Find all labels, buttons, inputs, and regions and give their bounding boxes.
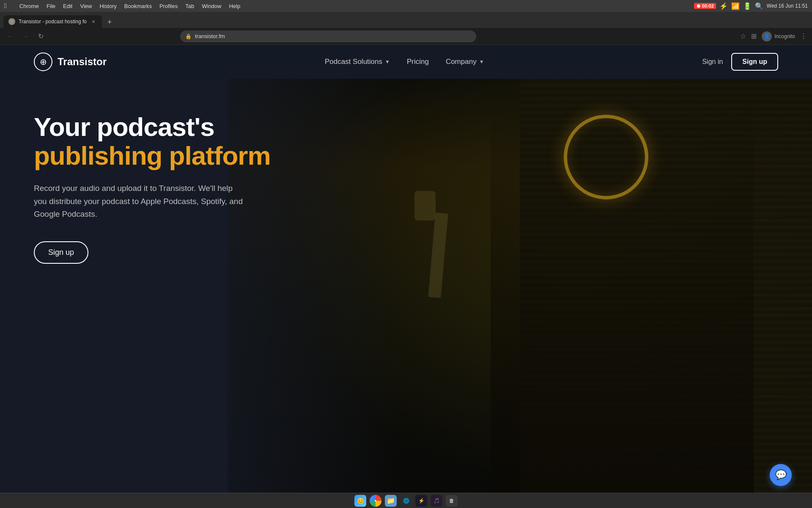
menu-bar-items: Chrome File Edit View History Bookmarks …	[19, 3, 240, 9]
wifi-icon: 📶	[731, 2, 740, 10]
app6-icon: 🎵	[433, 498, 440, 504]
finder-icon: 😊	[357, 497, 364, 504]
tab-title: Transistor - podcast hosting fo	[19, 19, 87, 25]
nav-pricing[interactable]: Pricing	[407, 58, 429, 66]
nav-links: Podcast Solutions ▼ Pricing Company ▼	[325, 58, 484, 66]
battery-icon: 🔋	[743, 2, 752, 10]
dock-item-6[interactable]: 🎵	[431, 495, 442, 507]
podcast-solutions-chevron: ▼	[385, 59, 390, 65]
new-tab-button[interactable]: +	[104, 16, 115, 28]
dock-item-5[interactable]: ⚡	[415, 495, 427, 507]
forward-button[interactable]: →	[20, 31, 30, 41]
studio-light-ring	[564, 115, 648, 199]
back-button[interactable]: ←	[5, 31, 15, 41]
dock-trash[interactable]: 🗑	[446, 495, 458, 507]
incognito-label: Incognito	[774, 33, 795, 39]
logo-text: Transistor	[58, 56, 107, 68]
system-time: Wed 16 Jun 11:51	[767, 3, 808, 9]
lightning-icon: ⚡	[719, 2, 728, 10]
nav-actions: Sign in Sign up	[702, 53, 778, 71]
folder-icon: 📁	[387, 497, 395, 505]
chrome-addressbar: ← → ↻ 🔒 transistor.fm ☆ ⊞ 👤 Incognito ⋮	[0, 28, 812, 45]
app4-icon: 🌐	[403, 498, 409, 504]
toolbar-right: ☆ ⊞ 👤 Incognito ⋮	[740, 31, 807, 41]
hero-title: Your podcast's publishing platform	[34, 113, 271, 170]
battery-recording-icon: ⏺ 00:02	[694, 3, 716, 9]
menu-view[interactable]: View	[80, 3, 92, 9]
active-tab[interactable]: T Transistor - podcast hosting fo ×	[3, 15, 102, 28]
url-text: transistor.fm	[195, 33, 225, 39]
dock-chrome[interactable]: ●	[370, 495, 381, 507]
menu-tab[interactable]: Tab	[185, 3, 194, 9]
tab-close-button[interactable]: ×	[90, 18, 97, 25]
dock-folder[interactable]: 📁	[385, 495, 397, 507]
system-status-icons: ⏺ 00:02 ⚡ 📶 🔋 🔍 Wed 16 Jun 11:51	[694, 2, 808, 10]
lock-icon: 🔒	[185, 33, 192, 39]
tab-favicon: T	[8, 18, 15, 25]
logo-icon: ⊕	[34, 52, 52, 71]
hero-section: Your podcast's publishing platform Recor…	[0, 79, 812, 493]
hero-title-white: Your podcast's	[34, 112, 214, 141]
signin-button[interactable]: Sign in	[702, 58, 723, 66]
hero-signup-button[interactable]: Sign up	[34, 241, 88, 264]
app5-icon: ⚡	[418, 498, 425, 504]
extensions-icon[interactable]: ⊞	[751, 32, 757, 40]
menu-history[interactable]: History	[99, 3, 116, 9]
company-chevron: ▼	[479, 59, 484, 65]
apple-menu[interactable]: 	[4, 2, 7, 10]
incognito-profile[interactable]: 👤 Incognito	[762, 31, 795, 41]
address-bar[interactable]: 🔒 transistor.fm	[180, 30, 476, 42]
website-content: ⊕ Transistor Podcast Solutions ▼ Pricing…	[0, 45, 812, 493]
menu-chrome[interactable]: Chrome	[19, 3, 39, 9]
nav-podcast-solutions-label: Podcast Solutions	[325, 58, 382, 66]
chrome-menu-icon[interactable]: ⋮	[800, 32, 807, 40]
nav-company[interactable]: Company ▼	[446, 58, 484, 66]
menu-bookmarks[interactable]: Bookmarks	[124, 3, 152, 9]
nav-company-label: Company	[446, 58, 477, 66]
signup-button-nav[interactable]: Sign up	[731, 53, 778, 71]
chrome-tabbar: T Transistor - podcast hosting fo × +	[0, 12, 812, 28]
nav-pricing-label: Pricing	[407, 58, 429, 66]
dock-item-4[interactable]: 🌐	[400, 495, 412, 507]
nav-podcast-solutions[interactable]: Podcast Solutions ▼	[325, 58, 390, 66]
menu-profiles[interactable]: Profiles	[159, 3, 178, 9]
refresh-button[interactable]: ↻	[36, 31, 46, 41]
menu-window[interactable]: Window	[202, 3, 221, 9]
hero-title-orange: publishing platform	[34, 141, 271, 170]
microphone-stand	[428, 213, 448, 298]
search-icon[interactable]: 🔍	[755, 2, 763, 10]
hero-description: Record your audio and upload it to Trans…	[34, 182, 245, 221]
incognito-avatar: 👤	[762, 31, 772, 41]
menu-file[interactable]: File	[47, 3, 55, 9]
menu-edit[interactable]: Edit	[63, 3, 72, 9]
macos-menubar:  Chrome File Edit View History Bookmark…	[0, 0, 812, 12]
menu-help[interactable]: Help	[229, 3, 240, 9]
hero-content: Your podcast's publishing platform Recor…	[34, 113, 271, 264]
chat-icon: 💬	[775, 469, 787, 480]
dock-finder[interactable]: 😊	[354, 495, 366, 507]
site-logo[interactable]: ⊕ Transistor	[34, 52, 107, 71]
bookmark-star-icon[interactable]: ☆	[740, 32, 746, 40]
trash-icon: 🗑	[449, 498, 454, 504]
macos-dock: 😊 ● 📁 🌐 ⚡ 🎵 🗑	[0, 493, 812, 508]
microphone	[414, 191, 436, 221]
chrome-icon: ●	[375, 499, 377, 502]
site-navigation: ⊕ Transistor Podcast Solutions ▼ Pricing…	[0, 45, 812, 79]
chat-widget-button[interactable]: 💬	[770, 464, 792, 486]
